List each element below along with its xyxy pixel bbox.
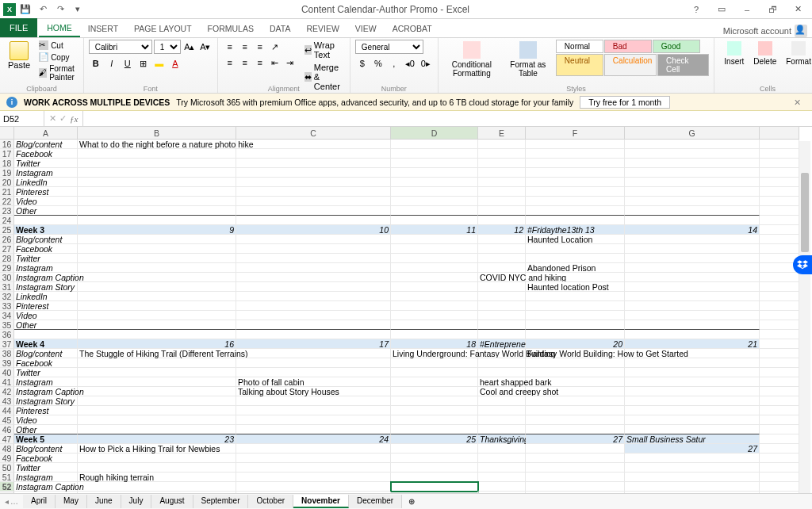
- cell-F27[interactable]: [526, 244, 625, 254]
- cell-E40[interactable]: [478, 368, 526, 377]
- cell-C44[interactable]: [236, 406, 391, 415]
- cell-D47[interactable]: 25: [391, 434, 478, 444]
- row-header-29[interactable]: 29: [0, 263, 14, 273]
- cell-F50[interactable]: [526, 463, 625, 473]
- align-left[interactable]: ≡: [223, 55, 237, 70]
- cell-E24[interactable]: [478, 216, 526, 225]
- fill-color-button[interactable]: ▬: [152, 56, 167, 71]
- cell-A24[interactable]: [14, 216, 78, 225]
- cell-B17[interactable]: [78, 149, 236, 159]
- cell-F18[interactable]: [526, 159, 625, 168]
- cell-B25[interactable]: 9: [78, 225, 236, 235]
- cell-E47[interactable]: Thanksgiving Day 26: [478, 434, 526, 444]
- cell-D20[interactable]: [391, 178, 478, 187]
- cell-A51[interactable]: Instagram: [14, 473, 78, 482]
- align-top[interactable]: ≡: [223, 40, 237, 54]
- cell-A47[interactable]: Week 5: [14, 434, 78, 444]
- cell-F31[interactable]: Haunted location Post: [526, 282, 625, 292]
- cell-D30[interactable]: [391, 273, 478, 282]
- cell-B28[interactable]: [78, 254, 236, 263]
- cell-D48[interactable]: [391, 444, 478, 454]
- format-painter-button[interactable]: 🖌Format Painter: [36, 63, 79, 82]
- bold-button[interactable]: B: [89, 56, 103, 71]
- cell-G47[interactable]: Small Business Satur: [625, 434, 760, 444]
- cell-E33[interactable]: [478, 301, 526, 311]
- format-as-table[interactable]: Format as Table: [504, 40, 553, 79]
- cell-F26[interactable]: Haunted Location: [526, 235, 625, 244]
- cell-C26[interactable]: [236, 235, 391, 244]
- paste-button[interactable]: Paste: [5, 40, 33, 82]
- cell-E26[interactable]: [478, 235, 526, 244]
- cell-E48[interactable]: [478, 444, 526, 454]
- cell-F19[interactable]: [526, 168, 625, 178]
- col-header-E[interactable]: E: [478, 127, 526, 140]
- cell-G37[interactable]: 21: [625, 339, 760, 349]
- cell-C43[interactable]: [236, 396, 391, 406]
- row-header-19[interactable]: 19: [0, 168, 14, 178]
- ribbon-options[interactable]: ▭: [710, 2, 733, 17]
- account-avatar[interactable]: 👤: [795, 25, 807, 37]
- cell-D23[interactable]: [391, 206, 478, 216]
- delete-cells[interactable]: Delete: [749, 40, 781, 83]
- cell-A21[interactable]: Pinterest: [14, 187, 78, 197]
- cell-D38[interactable]: Living Underground: Fantasy World Buildi…: [391, 349, 478, 358]
- cell-D29[interactable]: [391, 263, 478, 273]
- cell-D45[interactable]: [391, 415, 478, 425]
- cell-A29[interactable]: Instagram: [14, 263, 78, 273]
- decrease-decimal[interactable]: 0▸: [419, 56, 433, 71]
- cell-C48[interactable]: [236, 444, 391, 454]
- cell-A53[interactable]: Instagram Story: [14, 492, 78, 493]
- sheet-tab-september[interactable]: September: [193, 495, 249, 508]
- cell-A22[interactable]: Video: [14, 197, 78, 206]
- cell-E32[interactable]: [478, 292, 526, 301]
- cell-F40[interactable]: [526, 368, 625, 377]
- cell-C30[interactable]: [236, 273, 391, 282]
- cell-F43[interactable]: [526, 396, 625, 406]
- cell-G38[interactable]: [625, 349, 760, 358]
- font-size-select[interactable]: 12: [154, 40, 181, 54]
- row-header-49[interactable]: 49: [0, 454, 14, 463]
- cell-F21[interactable]: [526, 187, 625, 197]
- cell-A44[interactable]: Pinterest: [14, 406, 78, 415]
- cell-A27[interactable]: Facebook: [14, 244, 78, 254]
- cell-G36[interactable]: [625, 330, 760, 339]
- cell-C50[interactable]: [236, 463, 391, 473]
- cell-A26[interactable]: Blog/content: [14, 235, 78, 244]
- italic-button[interactable]: I: [105, 56, 119, 71]
- cell-A16[interactable]: Blog/content: [14, 140, 78, 149]
- cell-A39[interactable]: Facebook: [14, 358, 78, 368]
- fx-icon[interactable]: ƒx: [70, 114, 78, 124]
- cell-E52[interactable]: [478, 482, 526, 492]
- cell-D41[interactable]: [391, 377, 478, 387]
- cell-B22[interactable]: [78, 197, 236, 206]
- cell-A31[interactable]: Instagram Story: [14, 282, 78, 292]
- col-header-C[interactable]: C: [236, 127, 391, 140]
- cell-B23[interactable]: [78, 206, 236, 216]
- row-header-43[interactable]: 43: [0, 396, 14, 406]
- cell-B38[interactable]: The Stuggle of Hiking Trail (Different T…: [78, 349, 236, 358]
- name-box-input[interactable]: [3, 114, 40, 124]
- cell-C31[interactable]: [236, 282, 391, 292]
- col-header-G[interactable]: G: [625, 127, 760, 140]
- cell-G25[interactable]: 14: [625, 225, 760, 235]
- tab-file[interactable]: FILE: [0, 18, 37, 37]
- tab-home[interactable]: HOME: [39, 20, 80, 37]
- currency-button[interactable]: $: [355, 56, 370, 71]
- cell-C52[interactable]: [236, 482, 391, 492]
- cell-F20[interactable]: [526, 178, 625, 187]
- cell-D43[interactable]: [391, 396, 478, 406]
- cell-D39[interactable]: [391, 358, 478, 368]
- cell-D28[interactable]: [391, 254, 478, 263]
- cell-C27[interactable]: [236, 244, 391, 254]
- col-header-B[interactable]: B: [78, 127, 236, 140]
- row-header-44[interactable]: 44: [0, 406, 14, 415]
- cell-B29[interactable]: [78, 263, 236, 273]
- format-cells[interactable]: Format: [781, 40, 812, 83]
- cell-G53[interactable]: [625, 492, 760, 493]
- cell-D27[interactable]: [391, 244, 478, 254]
- style-normal[interactable]: Normal: [556, 40, 603, 53]
- cell-A35[interactable]: Other: [14, 320, 78, 330]
- cell-E46[interactable]: [478, 425, 526, 434]
- cell-F48[interactable]: [526, 444, 625, 454]
- cell-D33[interactable]: [391, 301, 478, 311]
